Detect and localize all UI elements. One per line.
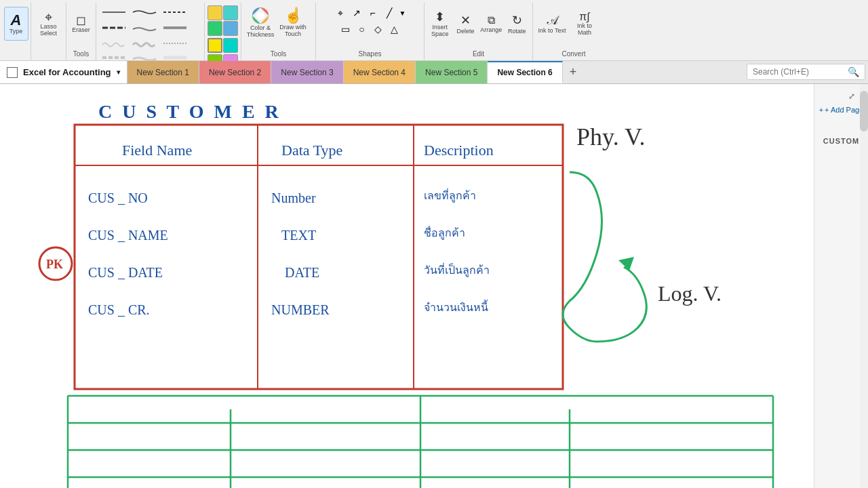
delete-icon: ✕ bbox=[460, 13, 471, 28]
pk-label: PK bbox=[46, 258, 63, 271]
color-thickness-section: Color &Thickness bbox=[245, 5, 275, 39]
eraser-icon: ◻ bbox=[76, 14, 86, 26]
toolbar-group-lasso: ⌖ LassoSelect bbox=[31, 3, 66, 60]
pen-style-7[interactable] bbox=[99, 37, 129, 50]
desc-4: จำนวนเงินหนี้ bbox=[424, 300, 488, 313]
canvas-area[interactable]: C U S T O M E R Field Name Data Type Des… bbox=[0, 84, 814, 488]
tabs-bar: Excel for Accounting ▾ New Section 1 New… bbox=[0, 61, 868, 84]
data-type-header: Data Type bbox=[281, 142, 342, 159]
insert-space-label: Insert Space bbox=[429, 24, 451, 38]
lasso-select-button[interactable]: ⌖ LassoSelect bbox=[34, 7, 64, 41]
notebook-icon bbox=[7, 67, 18, 78]
shape-ellipse-btn[interactable]: ○ bbox=[355, 22, 370, 37]
color-teal-bright[interactable] bbox=[223, 38, 238, 53]
ink-to-text-label: Ink to Text bbox=[538, 28, 566, 35]
pen-lines-grid bbox=[99, 5, 190, 64]
scrollbar-vertical[interactable] bbox=[860, 84, 868, 488]
shape-line-btn[interactable]: ╱ bbox=[382, 5, 397, 20]
type-button[interactable]: A Type bbox=[4, 7, 28, 41]
color-wheel-icon bbox=[251, 6, 270, 25]
section-tab-label-4: New Section 5 bbox=[425, 68, 477, 77]
shape-select-btn[interactable]: ⌖ bbox=[333, 5, 348, 20]
section-tab-3[interactable]: New Section 4 bbox=[344, 61, 416, 83]
ink-to-math-label: Ink to Math bbox=[570, 23, 599, 37]
section-tab-5[interactable]: New Section 6 bbox=[488, 61, 562, 83]
arrange-button[interactable]: ⧉ Arrange bbox=[479, 5, 502, 42]
shapes-label: Shapes bbox=[359, 50, 382, 58]
right-panel: ⤢ + + Add Page CUSTOM bbox=[814, 84, 868, 488]
toolbar-group-color-thickness: Color &Thickness ☝ Draw withTouch Tools bbox=[241, 3, 316, 60]
phy-v-label: Phy. V. bbox=[576, 123, 645, 150]
type-label: Type bbox=[9, 28, 23, 35]
customer-title: C U S T O M E R bbox=[98, 101, 281, 122]
rotate-label: Rotate bbox=[508, 28, 526, 35]
lasso-icon: ⌖ bbox=[45, 10, 52, 24]
ink-to-text-button[interactable]: 𝒜 Ink to Text bbox=[537, 5, 567, 42]
section-tab-label-1: New Section 2 bbox=[209, 68, 261, 77]
add-tab-button[interactable]: + bbox=[563, 61, 584, 83]
svg-point-8 bbox=[256, 12, 264, 20]
pen-style-9[interactable] bbox=[160, 37, 190, 50]
pen-style-4[interactable] bbox=[99, 21, 129, 35]
pen-style-6[interactable] bbox=[160, 21, 190, 35]
type-text: TEXT bbox=[281, 228, 316, 243]
toolbar-group-convert: 𝒜 Ink to Text π∫ Ink to Math Convert bbox=[533, 3, 614, 60]
draw-with-touch-button[interactable]: ☝ Draw withTouch bbox=[278, 5, 308, 39]
eraser-button[interactable]: ◻ Eraser bbox=[69, 7, 94, 41]
insert-space-button[interactable]: ⬍ Insert Space bbox=[429, 5, 452, 42]
pen-style-5[interactable] bbox=[130, 21, 159, 35]
scrollbar-thumb[interactable] bbox=[860, 91, 868, 131]
section-tab-0[interactable]: New Section 1 bbox=[127, 61, 199, 83]
shapes-row-1: ⌖ ↗ ⌐ ╱ ▼ bbox=[333, 5, 408, 20]
field-cus-cr: CUS _ CR. bbox=[88, 302, 150, 317]
eraser-label: Eraser bbox=[72, 26, 90, 33]
color-green[interactable] bbox=[208, 21, 222, 36]
color-thickness-button[interactable]: Color &Thickness bbox=[245, 5, 275, 39]
rotate-button[interactable]: ↻ Rotate bbox=[505, 5, 528, 42]
search-icon[interactable]: 🔍 bbox=[848, 66, 859, 77]
description-header: Description bbox=[424, 142, 494, 159]
edit-label: Edit bbox=[473, 50, 484, 58]
pen-style-8[interactable] bbox=[130, 37, 159, 50]
ink-to-math-button[interactable]: π∫ Ink to Math bbox=[570, 5, 599, 42]
search-box: 🔍 bbox=[747, 64, 865, 80]
shape-diamond-btn[interactable]: ◇ bbox=[371, 22, 386, 37]
section-tab-label-2: New Section 3 bbox=[281, 68, 333, 77]
shape-corner-btn[interactable]: ⌐ bbox=[366, 5, 380, 20]
pen-style-1[interactable] bbox=[99, 5, 129, 19]
lasso-label: LassoSelect bbox=[40, 24, 57, 37]
pen-style-3[interactable] bbox=[160, 5, 190, 19]
main-canvas: C U S T O M E R Field Name Data Type Des… bbox=[0, 84, 814, 488]
pen-style-10[interactable] bbox=[99, 51, 129, 64]
type-date: DATE bbox=[285, 265, 319, 280]
shapes-dropdown-btn[interactable]: ▼ bbox=[398, 5, 408, 20]
section-tab-4[interactable]: New Section 5 bbox=[416, 61, 488, 83]
rotate-icon: ↻ bbox=[512, 13, 522, 28]
color-yellow[interactable] bbox=[208, 5, 222, 20]
notebook-name: Excel for Accounting bbox=[23, 67, 111, 77]
color-yellow-bright[interactable] bbox=[208, 38, 222, 53]
add-page-button[interactable]: + + Add Page bbox=[819, 106, 864, 114]
log-v-label: Log. V. bbox=[658, 281, 722, 306]
pen-style-2[interactable] bbox=[130, 5, 159, 19]
toolbar-group-type: A Type bbox=[1, 3, 31, 60]
color-cyan[interactable] bbox=[223, 5, 238, 20]
shape-rect-btn[interactable]: ▭ bbox=[338, 22, 353, 37]
section-tab-2[interactable]: New Section 3 bbox=[271, 61, 343, 83]
shapes-row-2: ▭ ○ ◇ △ bbox=[338, 22, 402, 37]
ink-to-text-icon: 𝒜 bbox=[547, 14, 557, 28]
desc-3: วันที่เป็นลูกค้า bbox=[424, 262, 490, 277]
shape-arrow-btn[interactable]: ↗ bbox=[349, 5, 364, 20]
color-blue-light[interactable] bbox=[223, 21, 238, 36]
draw-touch-icon: ☝ bbox=[284, 7, 302, 24]
arrange-label: Arrange bbox=[480, 26, 502, 33]
shape-triangle-btn[interactable]: △ bbox=[387, 22, 402, 37]
type-number2: NUMBER bbox=[271, 302, 330, 317]
section-tab-1[interactable]: New Section 2 bbox=[199, 61, 271, 83]
flow-arrow bbox=[563, 172, 646, 342]
add-tab-icon: + bbox=[570, 65, 577, 79]
expand-button[interactable]: ⤢ bbox=[845, 89, 859, 103]
search-input[interactable] bbox=[753, 67, 848, 77]
delete-button[interactable]: ✕ Delete bbox=[454, 5, 477, 42]
tools-bottom-label: Tools bbox=[271, 50, 286, 58]
